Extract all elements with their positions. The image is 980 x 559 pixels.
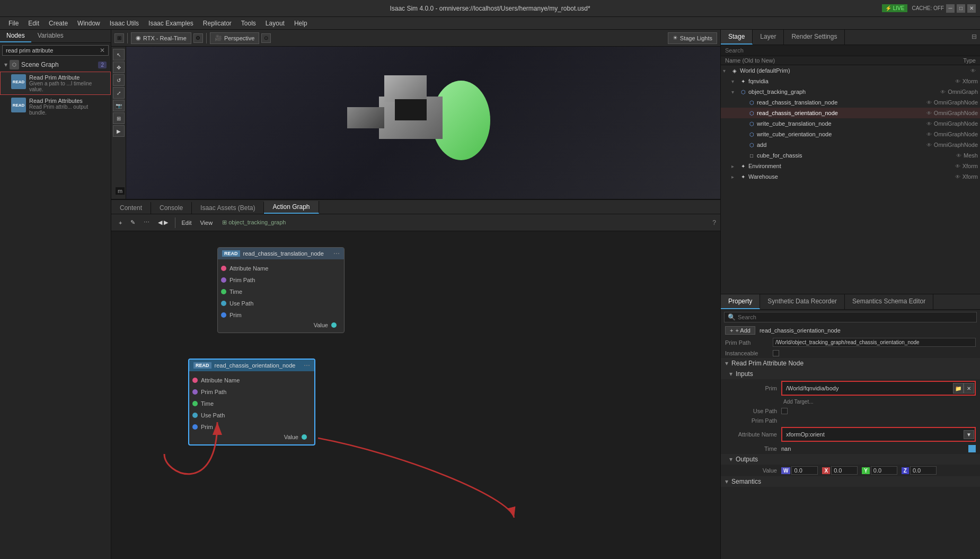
value-w-input[interactable] [791, 466, 818, 475]
ag-edit-btn[interactable]: Edit [179, 219, 195, 227]
prim-clear-btn[interactable]: ✕ [964, 383, 974, 394]
graph-canvas[interactable]: READ read_chassis_translation_node ⋯ Att… [111, 231, 720, 559]
renderer-settings-btn[interactable]: ⚙ [193, 33, 203, 43]
titlebar: Isaac Sim 4.0.0 - omniverse://localhost/… [0, 0, 980, 17]
menu-replicator[interactable]: Replicator [199, 19, 236, 28]
ag-view-btn[interactable]: View [197, 219, 216, 227]
stage-tab-render[interactable]: Render Settings [784, 30, 845, 45]
node-section-header[interactable]: ▾ Read Prim Attribute Node [721, 358, 980, 369]
camera-select[interactable]: 🎥 Perspective [210, 32, 259, 44]
node-menu-icon[interactable]: ⋯ [333, 250, 340, 257]
use-path-checkbox[interactable] [781, 408, 788, 414]
co-type: OmniGraphNode [934, 110, 978, 116]
tree-warehouse[interactable]: ▸ ✦ Warehouse 👁 Xform [721, 171, 980, 182]
prim-input-field[interactable] [783, 382, 953, 394]
value-z-input[interactable] [910, 466, 937, 475]
tab-variables[interactable]: Variables [31, 30, 70, 42]
instanceable-checkbox[interactable] [773, 350, 779, 356]
tree-object-tracking[interactable]: ▾ ⬡ object_tracking_graph 👁 OmniGraph [721, 86, 980, 97]
viewport-icon-btn[interactable]: ⊞ [114, 33, 124, 43]
attribute-name-field[interactable] [783, 429, 964, 440]
vlt-camera-btn[interactable]: 📷 [113, 100, 125, 111]
tree-write-translation[interactable]: ⬡ write_cube_translation_node 👁 OmniGrap… [721, 118, 980, 129]
stage-tab-stage[interactable]: Stage [721, 30, 753, 45]
wh-eye-icon[interactable]: 👁 [955, 174, 960, 180]
renderer-select[interactable]: ◉ RTX - Real-Time [131, 32, 191, 44]
node-item-read-prim-attribute[interactable]: READ Read Prim Attribute Given a path to… [0, 72, 111, 95]
value-y-input[interactable] [871, 466, 897, 475]
tree-cube-chassis[interactable]: □ cube_for_chassis 👁 Mesh [721, 150, 980, 161]
menu-create[interactable]: Create [45, 19, 72, 28]
outputs-section-header[interactable]: ▾ Outputs [721, 454, 980, 465]
time-checkbox[interactable] [968, 445, 976, 452]
menu-isaac-utils[interactable]: Isaac Utils [105, 19, 143, 28]
vlt-rotate-btn[interactable]: ↺ [113, 74, 125, 86]
menu-file[interactable]: File [4, 19, 23, 28]
vlt-scale-btn[interactable]: ⤢ [113, 87, 125, 99]
menu-isaac-examples[interactable]: Isaac Examples [144, 19, 198, 28]
stage-lights-btn[interactable]: ☀ Stage Lights [668, 32, 717, 44]
world-expand-icon: ▾ [723, 68, 729, 74]
menu-help[interactable]: Help [290, 19, 312, 28]
rp-tab-property[interactable]: Property [721, 294, 760, 309]
node-item-read-prim-attributes[interactable]: READ Read Prim Attributes Read Prim attr… [0, 95, 111, 118]
restore-button[interactable]: □ [957, 4, 965, 13]
ag-pencil-btn[interactable]: ✎ [127, 218, 138, 227]
tab-isaac-assets[interactable]: Isaac Assets (Beta) [192, 202, 264, 214]
world-eye-icon[interactable]: 👁 [970, 68, 976, 74]
tree-fqnvidia[interactable]: ▾ ✦ fqnvidia 👁 Xform [721, 76, 980, 86]
ag-more-btn[interactable]: ◀ ▶ [155, 218, 171, 227]
node-orientation-menu-icon[interactable]: ⋯ [304, 362, 310, 369]
wt-eye-icon[interactable]: 👁 [926, 121, 932, 127]
tree-write-orientation[interactable]: ⬡ write_cube_orientation_node 👁 OmniGrap… [721, 129, 980, 139]
property-add-button[interactable]: + + Add [725, 326, 755, 335]
menu-layout[interactable]: Layout [261, 19, 289, 28]
tree-world[interactable]: ▾ ◈ World (defaultPrim) 👁 [721, 65, 980, 76]
ag-help-btn[interactable]: ? [712, 219, 716, 226]
property-search-input[interactable] [738, 314, 973, 320]
attribute-name-dropdown-btn[interactable]: ▼ [964, 430, 974, 439]
menu-edit[interactable]: Edit [24, 19, 43, 28]
otg-eye-icon[interactable]: 👁 [940, 89, 946, 95]
fqnvidia-eye-icon[interactable]: 👁 [955, 78, 960, 84]
ag-add-btn[interactable]: + [116, 219, 125, 227]
rp-tab-semantics[interactable]: Semantics Schema Editor [845, 294, 933, 309]
ag-dots-btn[interactable]: ⋯ [140, 218, 153, 227]
co-eye-icon[interactable]: 👁 [926, 110, 932, 116]
add-eye-icon[interactable]: 👁 [926, 142, 932, 148]
cc-eye-icon[interactable]: 👁 [956, 153, 961, 159]
stage-lights-button[interactable]: ☀ Stage Lights [668, 32, 717, 44]
minimize-button[interactable]: ─ [946, 4, 955, 13]
env-eye-icon[interactable]: 👁 [955, 163, 960, 169]
ct-eye-icon[interactable]: 👁 [926, 100, 932, 106]
viewport-options-btn[interactable]: ⊙ [261, 33, 271, 43]
prim-folder-btn[interactable]: 📁 [953, 383, 964, 394]
vlt-move-btn[interactable]: ✥ [113, 62, 125, 73]
tab-console[interactable]: Console [151, 202, 192, 214]
tree-chassis-orientation[interactable]: ⬡ read_chassis_orientation_node 👁 OmniGr… [721, 108, 980, 118]
semantics-section-header[interactable]: ▾ Semantics [721, 476, 980, 487]
inputs-section-header[interactable]: ▾ Inputs [721, 369, 980, 379]
value-x-input[interactable] [831, 466, 858, 475]
rp-tab-synthetic[interactable]: Synthetic Data Recorder [760, 294, 845, 309]
vlt-snap-btn[interactable]: ⊞ [113, 112, 125, 124]
vlt-play-btn[interactable]: ▶ [113, 125, 125, 137]
search-clear-icon[interactable]: ✕ [100, 47, 105, 54]
tree-chassis-translation[interactable]: ⬡ read_chassis_translation_node 👁 OmniGr… [721, 97, 980, 108]
close-button[interactable]: ✕ [967, 4, 976, 13]
tree-add[interactable]: ⬡ add 👁 OmniGraphNode [721, 139, 980, 150]
stage-tab-layer[interactable]: Layer [753, 30, 784, 45]
stage-filter-btn[interactable]: ⊟ [968, 30, 980, 45]
stage-search-input[interactable] [725, 47, 976, 54]
menu-tools[interactable]: Tools [237, 19, 260, 28]
action-graph-area: + ✎ ⋯ ◀ ▶ Edit View ⊞ object_tracking_gr… [111, 214, 720, 559]
vlt-select-btn[interactable]: ↖ [113, 49, 125, 60]
tree-environment[interactable]: ▸ ✦ Environment 👁 Xform [721, 161, 980, 171]
scene-graph-category[interactable]: ▾ ⬡ Scene Graph 2 [0, 58, 111, 72]
tab-content[interactable]: Content [111, 202, 151, 214]
wo-eye-icon[interactable]: 👁 [926, 132, 932, 137]
menu-window[interactable]: Window [73, 19, 104, 28]
tab-nodes[interactable]: Nodes [0, 30, 31, 42]
node-search-input[interactable] [6, 47, 100, 54]
tab-action-graph[interactable]: Action Graph [264, 201, 319, 214]
